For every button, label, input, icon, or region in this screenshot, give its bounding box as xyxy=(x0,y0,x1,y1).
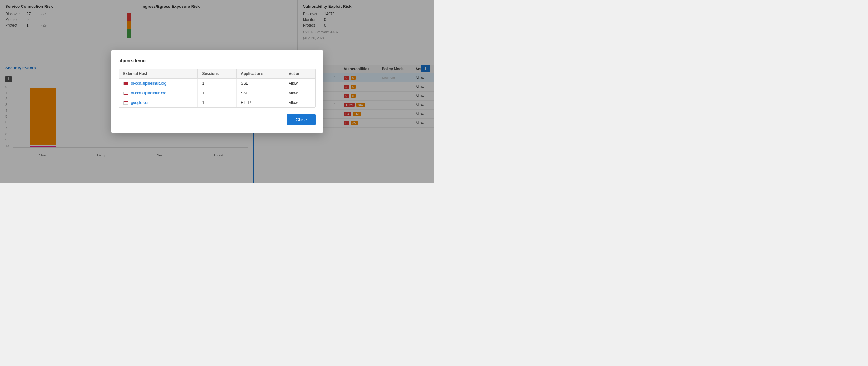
modal-row-sessions: 1 xyxy=(198,88,237,98)
host-link[interactable]: dl-cdn.alpinelinux.org xyxy=(131,81,166,86)
close-button[interactable]: Close xyxy=(287,114,316,125)
modal-row-host: dl-cdn.alpinelinux.org xyxy=(119,79,198,88)
modal-overlay: alpine.demo External Host Sessions Appli… xyxy=(0,0,434,183)
modal-title: alpine.demo xyxy=(119,58,316,63)
us-flag-icon xyxy=(123,101,128,105)
us-flag-icon xyxy=(123,82,128,85)
modal-col-applications: Applications xyxy=(237,69,284,79)
modal-table-row[interactable]: google.com 1 HTTP Allow xyxy=(119,98,315,108)
modal-row-application: HTTP xyxy=(237,98,284,108)
us-flag-icon xyxy=(123,91,128,95)
modal-table-container: External Host Sessions Applications Acti… xyxy=(119,69,316,108)
modal-row-action: Allow xyxy=(284,98,315,108)
modal-col-sessions: Sessions xyxy=(198,69,237,79)
modal-col-action: Action xyxy=(284,69,315,79)
modal-dialog: alpine.demo External Host Sessions Appli… xyxy=(111,50,323,133)
page-background: Service Connection Risk Discover 27 (Ze … xyxy=(0,0,434,183)
modal-row-action: Allow xyxy=(284,88,315,98)
modal-row-application: SSL xyxy=(237,79,284,88)
modal-row-action: Allow xyxy=(284,79,315,88)
modal-footer: Close xyxy=(119,114,316,125)
modal-table: External Host Sessions Applications Acti… xyxy=(119,69,315,107)
modal-table-row[interactable]: dl-cdn.alpinelinux.org 1 SSL Allow xyxy=(119,88,315,98)
modal-table-header: External Host Sessions Applications Acti… xyxy=(119,69,315,79)
host-link[interactable]: dl-cdn.alpinelinux.org xyxy=(131,91,166,95)
modal-row-host: google.com xyxy=(119,98,198,108)
modal-table-row[interactable]: dl-cdn.alpinelinux.org 1 SSL Allow xyxy=(119,79,315,88)
modal-col-host: External Host xyxy=(119,69,198,79)
modal-row-application: SSL xyxy=(237,88,284,98)
modal-row-sessions: 1 xyxy=(198,79,237,88)
modal-row-host: dl-cdn.alpinelinux.org xyxy=(119,88,198,98)
modal-row-sessions: 1 xyxy=(198,98,237,108)
host-link[interactable]: google.com xyxy=(131,101,150,105)
